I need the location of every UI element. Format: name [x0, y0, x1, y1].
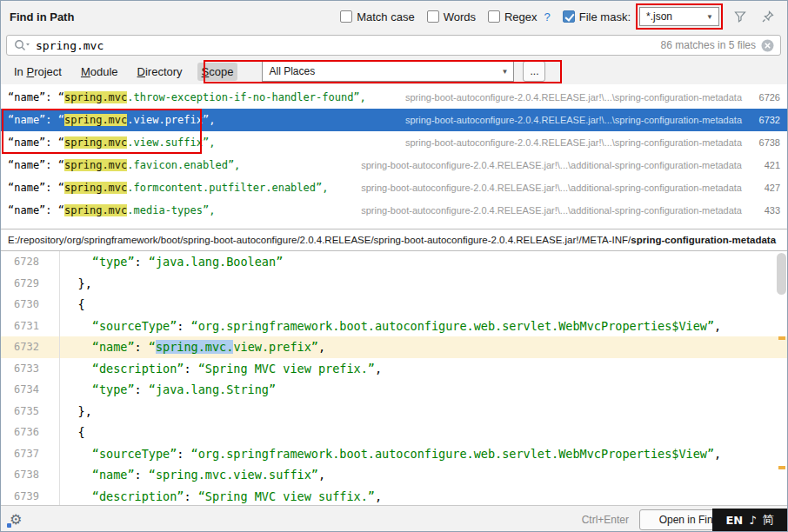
code-token: , — [318, 468, 325, 482]
line-number: 6736 — [1, 426, 50, 438]
editor-line: 6733 “description”: “Spring MVC view pre… — [1, 358, 787, 380]
match-case-label: Match case — [357, 10, 414, 23]
words-option[interactable]: Words — [427, 10, 476, 23]
code-token — [50, 489, 92, 503]
scope-tab-directory[interactable]: Directory — [133, 63, 187, 81]
result-line-number: 6738 — [749, 137, 780, 148]
tab-text: roject — [34, 65, 62, 78]
code-token: “sourceType” — [92, 447, 177, 461]
gutter-separator — [59, 251, 60, 505]
tab-mnemonic: S — [202, 65, 210, 78]
code-token: “description” — [92, 362, 184, 376]
file-mask-option[interactable]: File mask: — [563, 10, 631, 23]
line-code: “description”: “Spring MVC view suffix.”… — [50, 489, 382, 503]
result-code-prefix: “name”: “ — [8, 91, 64, 103]
browse-scopes-button[interactable]: ... — [523, 61, 545, 82]
code-token: , — [714, 319, 721, 333]
result-row[interactable]: “name”: “spring.mvc.favicon.enabled”,spr… — [1, 154, 787, 176]
code-token: spring.mvc. — [156, 340, 233, 354]
words-checkbox[interactable] — [427, 10, 439, 23]
line-number: 6732 — [1, 341, 50, 353]
match-case-checkbox[interactable] — [340, 10, 352, 23]
result-code: “name”: “spring.mvc.formcontent.putfilte… — [8, 182, 328, 194]
line-number: 6734 — [1, 383, 50, 396]
ime-language-indicator[interactable]: EN ♪ 简 — [712, 509, 787, 531]
regex-help-link[interactable]: ? — [544, 10, 551, 23]
match-case-option[interactable]: Match case — [340, 10, 414, 23]
editor-line: 6732 “name”: “spring.mvc.view.prefix”, — [1, 336, 787, 358]
filter-button[interactable] — [730, 6, 751, 27]
search-options: Match case Words Regex ? File mask: *.js… — [328, 3, 778, 30]
tab-mnemonic: D — [137, 65, 145, 78]
scope-tab-scope[interactable]: Scope — [197, 63, 238, 81]
result-line-number: 427 — [749, 183, 780, 193]
search-row: spring.mvc 86 matches in 5 files — [1, 32, 787, 58]
result-row[interactable]: “name”: “spring.mvc.view.suffix”,spring-… — [1, 131, 787, 154]
code-token: “org.springframework.boot.autoconfigure.… — [191, 447, 714, 461]
code-token: : — [135, 468, 149, 482]
file-mask-checkbox[interactable] — [563, 10, 575, 23]
regex-option[interactable]: Regex ? — [488, 10, 551, 23]
clear-search-icon[interactable] — [761, 39, 774, 52]
preview-file-path: E:/repository/org/springframework/boot/s… — [1, 229, 787, 251]
regex-label: Regex — [504, 10, 538, 23]
code-token — [50, 447, 92, 461]
line-number: 6730 — [1, 298, 50, 310]
result-row[interactable]: “name”: “spring.mvc.view.prefix”,spring-… — [1, 109, 787, 131]
scope-tab-in-project[interactable]: In Project — [10, 63, 66, 81]
result-code-suffix: .favicon.enabled”, — [127, 159, 240, 171]
editor-line: 6738 “name”: “spring.mvc.view.suffix”, — [1, 464, 787, 486]
pin-icon — [761, 10, 775, 23]
result-code: “name”: “spring.mvc.media-types”, — [8, 204, 215, 216]
file-path-name: spring-configuration-metadata — [631, 235, 776, 245]
tab-mnemonic: M — [81, 65, 90, 78]
result-code-suffix: .view.suffix”, — [127, 136, 215, 149]
results-summary: 86 matches in 5 files — [661, 39, 756, 51]
search-input[interactable]: spring.mvc 86 matches in 5 files — [6, 35, 781, 56]
funnel-icon — [733, 10, 747, 23]
statusbar: ⚙ Ctrl+Enter Open in Find Window — [1, 505, 787, 532]
line-code: { — [50, 297, 85, 311]
error-stripe-mark[interactable] — [778, 336, 785, 340]
error-stripe-mark[interactable] — [778, 466, 785, 469]
chevron-down-icon: ▼ — [701, 13, 718, 21]
editor-scrollbar[interactable] — [777, 253, 786, 295]
code-token: , — [318, 340, 325, 354]
line-number: 6737 — [1, 448, 50, 460]
line-number: 6731 — [1, 320, 50, 332]
regex-checkbox[interactable] — [488, 10, 500, 23]
chevron-down-icon: ▼ — [497, 68, 514, 76]
ime-cn: 简 — [763, 512, 774, 528]
line-number: 6729 — [1, 277, 50, 289]
code-token — [50, 362, 92, 376]
result-code-suffix: .formcontent.putfilter.enabled”, — [127, 182, 328, 194]
settings-gear-button[interactable]: ⚙ — [10, 513, 22, 527]
file-mask-combobox[interactable]: *.json ▼ — [639, 7, 719, 26]
result-code-prefix: “name”: “ — [8, 182, 64, 194]
code-token: “name” — [92, 340, 135, 354]
code-token: “org.springframework.boot.autoconfigure.… — [191, 319, 714, 333]
shortcut-hint: Ctrl+Enter — [582, 514, 629, 526]
pin-button[interactable] — [758, 6, 778, 27]
annotation-box-file-mask: *.json ▼ — [636, 3, 723, 30]
result-code-suffix: .view.prefix”, — [127, 114, 215, 126]
line-number: 6733 — [1, 362, 50, 375]
editor-preview[interactable]: 6728 “type”: “java.lang.Boolean”6729 },6… — [1, 251, 787, 505]
result-row[interactable]: “name”: “spring.mvc.throw-exception-if-n… — [1, 86, 787, 109]
tab-text: irectory — [145, 65, 183, 78]
scope-tab-module[interactable]: Module — [77, 63, 123, 81]
scope-combobox[interactable]: All Places ▼ — [262, 61, 514, 82]
code-token: view.prefix” — [233, 340, 318, 354]
code-token: : — [177, 447, 190, 461]
tab-text: cope — [209, 65, 233, 78]
words-label: Words — [444, 10, 476, 23]
line-code: }, — [50, 404, 92, 418]
search-match-highlight: spring.mvc — [64, 91, 127, 103]
editor-line: 6736 { — [1, 422, 787, 443]
result-row[interactable]: “name”: “spring.mvc.formcontent.putfilte… — [1, 176, 787, 199]
line-code: “description”: “Spring MVC view prefix.”… — [50, 362, 382, 376]
result-file: spring-boot-autoconfigure-2.0.4.RELEASE.… — [361, 205, 742, 216]
scope-tabs: In ProjectModuleDirectoryScope — [10, 63, 248, 81]
result-code-prefix: “name”: “ — [8, 114, 64, 126]
result-row[interactable]: “name”: “spring.mvc.media-types”,spring-… — [1, 199, 787, 222]
